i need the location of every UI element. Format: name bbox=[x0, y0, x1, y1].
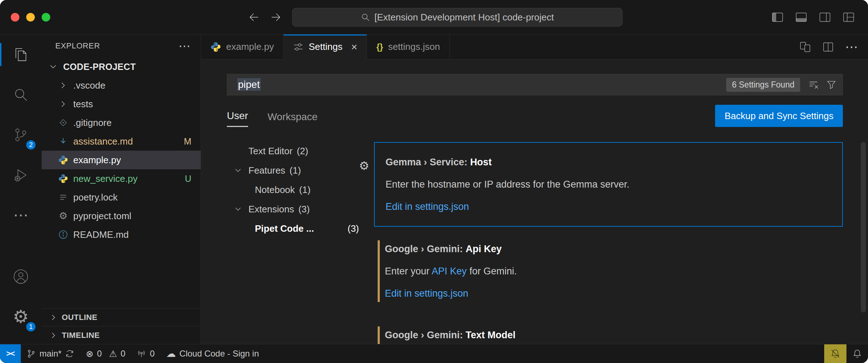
setting-google-gemini-text-model[interactable]: Google › Gemini: Text Model bbox=[374, 316, 843, 344]
setting-title: Gemma › Service: Host bbox=[386, 156, 831, 169]
settings-search-value: pipet bbox=[237, 79, 261, 90]
explorer-tree: CODE-PROJECT .vscode tests .gitignore as… bbox=[42, 57, 201, 244]
command-center[interactable]: [Extension Development Host] code-projec… bbox=[292, 8, 622, 27]
activity-settings[interactable]: ⚙ 1 bbox=[0, 297, 42, 337]
bell-slash-icon bbox=[830, 348, 841, 359]
tab-settings-json[interactable]: {} settings.json bbox=[367, 34, 449, 59]
cloud-code-item[interactable]: ☁ Cloud Code - Sign in bbox=[160, 344, 265, 363]
forward-arrow-icon[interactable] bbox=[270, 11, 282, 23]
edit-in-settings-json-link[interactable]: Edit in settings.json bbox=[386, 201, 469, 212]
activity-source-control[interactable]: 2 bbox=[0, 115, 42, 155]
warning-icon: ⚠ bbox=[109, 349, 117, 358]
settings-search-input[interactable]: pipet 6 Settings Found bbox=[227, 74, 843, 95]
sidebar-bottom-sections: OUTLINE TIMELINE bbox=[42, 308, 201, 344]
setting-gemma-service-host[interactable]: Gemma › Service: Host Enter the hostname… bbox=[374, 142, 843, 227]
toggle-primary-sidebar-icon[interactable] bbox=[771, 11, 784, 24]
edit-in-settings-json-link[interactable]: Edit in settings.json bbox=[385, 288, 468, 299]
python-file-icon bbox=[57, 173, 69, 184]
activity-explorer[interactable] bbox=[0, 34, 42, 75]
remote-icon: >< bbox=[6, 349, 15, 358]
source-control-icon bbox=[13, 127, 29, 143]
toc-notebook[interactable]: Notebook (1) bbox=[227, 180, 363, 199]
explorer-header: EXPLORER ⋯ bbox=[42, 34, 201, 57]
chevron-right-icon bbox=[57, 80, 69, 91]
toc-text-editor[interactable]: Text Editor (2) bbox=[227, 141, 363, 161]
cloud-icon: ☁ bbox=[166, 349, 176, 359]
item-label: README.md bbox=[73, 229, 129, 240]
tree-item-gitignore[interactable]: .gitignore bbox=[42, 113, 201, 132]
customize-layout-icon[interactable] bbox=[842, 11, 855, 24]
item-label: assistance.md bbox=[73, 136, 133, 147]
chevron-down-icon bbox=[233, 204, 243, 214]
results-count-badge: 6 Settings Found bbox=[726, 78, 800, 92]
tab-example-py[interactable]: example.py bbox=[201, 34, 284, 59]
item-label: new_service.py bbox=[73, 173, 137, 184]
tree-root[interactable]: CODE-PROJECT bbox=[42, 57, 201, 76]
toc-pipet-code[interactable]: Pipet Code ... (3) bbox=[227, 219, 363, 238]
api-key-link[interactable]: API Key bbox=[432, 266, 467, 277]
toggle-secondary-sidebar-icon[interactable] bbox=[818, 11, 831, 24]
setting-description: Enter your API Key for Gemini. bbox=[385, 265, 832, 278]
tree-item-readme-md[interactable]: README.md bbox=[42, 225, 201, 244]
account-icon bbox=[13, 268, 29, 285]
item-label: example.py bbox=[73, 155, 121, 166]
search-icon bbox=[13, 87, 29, 103]
problems-item[interactable]: ⊗ 0 ⚠ 0 bbox=[80, 344, 131, 363]
settings-entries: ⚙ Gemma › Service: Host Enter the hostna… bbox=[363, 139, 843, 344]
backup-sync-button[interactable]: Backup and Sync Settings bbox=[715, 105, 843, 127]
git-modified-badge: M bbox=[184, 136, 191, 147]
clear-filters-icon[interactable] bbox=[808, 79, 819, 90]
python-file-icon bbox=[210, 42, 221, 52]
tree-item-assistance-md[interactable]: assistance.md M bbox=[42, 132, 201, 151]
activity-more[interactable]: ⋯ bbox=[0, 195, 42, 235]
scope-tab-workspace[interactable]: Workspace bbox=[267, 111, 318, 127]
tab-label: example.py bbox=[226, 41, 274, 52]
git-branch-item[interactable]: main* bbox=[21, 344, 80, 363]
files-icon bbox=[13, 46, 29, 63]
broadcast-count: 0 bbox=[150, 349, 154, 359]
toc-features[interactable]: Features (1) bbox=[227, 161, 363, 180]
zoom-window-button[interactable] bbox=[42, 13, 50, 22]
setting-google-gemini-api-key[interactable]: Google › Gemini: Api Key Enter your API … bbox=[374, 230, 843, 313]
chevron-right-icon bbox=[49, 331, 58, 340]
search-icon bbox=[361, 13, 370, 22]
close-icon[interactable]: × bbox=[351, 42, 358, 52]
scrollbar-thumb[interactable] bbox=[861, 142, 866, 312]
tab-label: Settings bbox=[309, 41, 342, 52]
run-debug-icon bbox=[13, 167, 29, 183]
tree-item-tests[interactable]: tests bbox=[42, 95, 201, 113]
setting-gear-icon[interactable]: ⚙ bbox=[359, 160, 369, 171]
cloud-code-label: Cloud Code - Sign in bbox=[179, 349, 259, 359]
ports-item[interactable]: 0 bbox=[131, 344, 160, 363]
minimize-window-button[interactable] bbox=[26, 13, 35, 22]
tree-item-vscode[interactable]: .vscode bbox=[42, 76, 201, 95]
scope-tab-user[interactable]: User bbox=[227, 110, 248, 127]
toggle-panel-icon[interactable] bbox=[795, 11, 808, 24]
radio-tower-icon bbox=[137, 349, 146, 358]
tab-settings[interactable]: Settings × bbox=[284, 34, 367, 59]
open-changes-icon[interactable] bbox=[799, 41, 811, 53]
item-label: .gitignore bbox=[73, 117, 112, 128]
titlebar: [Extension Development Host] code-projec… bbox=[0, 0, 868, 34]
activity-account[interactable] bbox=[0, 256, 42, 297]
activity-search[interactable] bbox=[0, 75, 42, 115]
outline-section-header[interactable]: OUTLINE bbox=[42, 308, 201, 326]
activity-run-debug[interactable] bbox=[0, 155, 42, 195]
item-label: pyproject.toml bbox=[73, 211, 131, 222]
chevron-down-icon bbox=[233, 166, 243, 175]
split-editor-icon[interactable] bbox=[822, 41, 834, 53]
notifications-item[interactable] bbox=[846, 344, 868, 363]
timeline-section-header[interactable]: TIMELINE bbox=[42, 326, 201, 344]
toc-extensions[interactable]: Extensions (3) bbox=[227, 199, 363, 219]
tree-item-pyproject-toml[interactable]: ⚙ pyproject.toml bbox=[42, 207, 201, 225]
tree-item-new-service-py[interactable]: new_service.py U bbox=[42, 169, 201, 188]
remote-indicator[interactable]: >< bbox=[0, 344, 21, 363]
filter-icon[interactable] bbox=[826, 79, 837, 90]
item-label: .vscode bbox=[73, 80, 106, 91]
back-arrow-icon[interactable] bbox=[248, 11, 260, 23]
item-label: tests bbox=[73, 99, 93, 110]
do-not-disturb-item[interactable] bbox=[824, 344, 846, 363]
tree-item-example-py[interactable]: example.py bbox=[42, 151, 201, 169]
close-window-button[interactable] bbox=[11, 13, 19, 22]
tree-item-poetry-lock[interactable]: poetry.lock bbox=[42, 188, 201, 207]
